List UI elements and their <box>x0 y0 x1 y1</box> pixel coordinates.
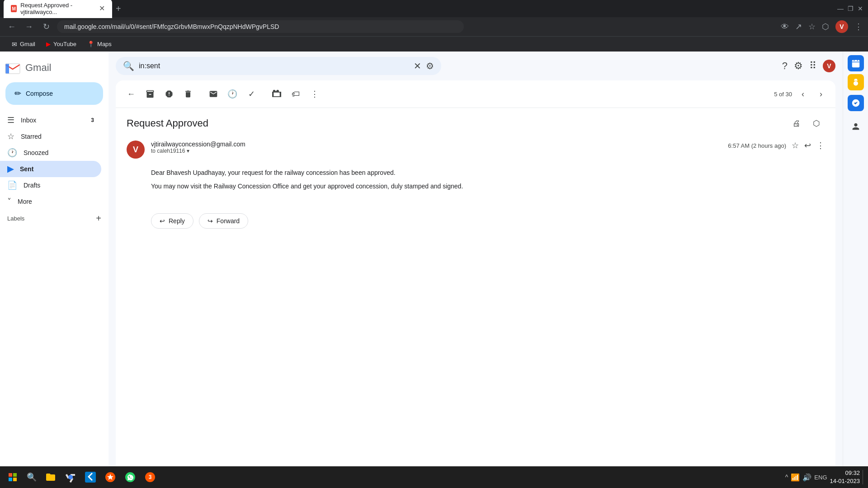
sender-meta: 6:57 AM (2 hours ago) ☆ ↩ ⋮ <box>728 141 825 150</box>
taskbar-show-desktop[interactable] <box>863 470 864 484</box>
sidebar-item-sent[interactable]: ▶ Sent <box>0 161 101 177</box>
add-task-button[interactable]: ✓ <box>243 86 259 102</box>
archive-button[interactable] <box>142 86 158 102</box>
labels-section-header: Labels + <box>0 210 108 225</box>
sidebar-item-more[interactable]: ˅ More <box>0 193 101 210</box>
sent-icon: ▶ <box>7 164 14 174</box>
forward-button[interactable]: ↪ Forward <box>199 213 248 229</box>
svg-point-11 <box>68 475 73 479</box>
maximize-button[interactable]: ❐ <box>846 5 854 13</box>
add-label-button[interactable]: + <box>96 213 101 224</box>
maps-bookmark-icon: 📍 <box>87 41 94 47</box>
browser-profile-button[interactable]: V <box>835 20 848 33</box>
email-subject: Request Approved <box>127 117 788 129</box>
minimize-button[interactable]: — <box>836 5 844 13</box>
snooze-button[interactable]: 🕐 <box>224 86 241 102</box>
bookmark-maps[interactable]: 📍 Maps <box>83 39 116 49</box>
starred-icon: ☆ <box>7 131 14 141</box>
report-spam-button[interactable] <box>161 86 177 102</box>
new-window-button[interactable]: ⬡ <box>808 115 825 131</box>
gmail-wordmark: Gmail <box>25 62 51 74</box>
youtube-bookmark-icon: ▶ <box>46 41 51 47</box>
taskbar-notification[interactable]: 3 <box>141 468 159 486</box>
back-button[interactable]: ← <box>5 20 18 33</box>
reply-button[interactable]: ↩ Reply <box>151 213 193 229</box>
close-button[interactable]: ✕ <box>856 5 864 13</box>
taskbar-chevron[interactable]: ^ <box>785 474 788 481</box>
user-profile-button[interactable]: V <box>823 60 835 72</box>
browser-menu-icon[interactable]: ⋮ <box>854 22 863 32</box>
search-filter-button[interactable]: ⚙ <box>426 61 434 71</box>
email-body-line2: You may now visit the Railway Concession… <box>151 181 825 191</box>
inbox-badge: 3 <box>91 117 94 123</box>
tab-favicon: M <box>11 5 17 12</box>
main-content: 🔍 ✕ ⚙ ? ⚙ ⠿ V ← <box>108 52 843 488</box>
svg-rect-8 <box>9 478 12 481</box>
sender-to[interactable]: to caleh19116 ▾ <box>151 148 722 154</box>
right-sidebar-contacts[interactable] <box>847 117 865 136</box>
forward-nav-button[interactable]: → <box>23 20 35 33</box>
email-body-line1: Dear Bhavesh Upadhayay, your request for… <box>151 168 825 178</box>
taskbar-vscode[interactable] <box>81 468 99 486</box>
google-keep-app[interactable] <box>848 74 864 90</box>
google-apps-icon[interactable]: ⠿ <box>809 60 816 72</box>
new-tab-button[interactable]: + <box>114 2 123 16</box>
settings-icon[interactable]: ⚙ <box>794 60 803 72</box>
sidebar-item-drafts[interactable]: 📄 Drafts <box>0 177 101 193</box>
taskbar-whatsapp[interactable] <box>121 468 139 486</box>
gmail-logo-icon <box>4 59 22 77</box>
sidebar-item-snoozed[interactable]: 🕐 Snoozed <box>0 145 101 161</box>
active-tab[interactable]: M Request Approved - vjtirailwayco... ✕ <box>4 0 112 18</box>
bookmark-youtube[interactable]: ▶ YouTube <box>42 39 81 49</box>
search-icon[interactable]: 🔍 <box>123 61 134 71</box>
sidebar-item-inbox[interactable]: ☰ Inbox 3 <box>0 112 101 128</box>
google-calendar-app[interactable] <box>848 55 864 71</box>
address-input[interactable] <box>57 20 464 33</box>
back-to-list-button[interactable]: ← <box>123 86 139 102</box>
tab-close-button[interactable]: ✕ <box>99 5 105 12</box>
move-to-button[interactable] <box>269 86 285 102</box>
taskbar-search-button[interactable]: 🔍 <box>24 469 40 485</box>
eye-icon[interactable]: 👁 <box>781 22 789 32</box>
taskbar-time-value: 09:32 <box>830 469 860 477</box>
star-message-button[interactable]: ☆ <box>792 141 799 150</box>
print-button[interactable]: 🖨 <box>788 115 805 131</box>
pagination-text: 5 of 30 <box>774 91 792 98</box>
prev-email-button[interactable]: ‹ <box>796 87 810 101</box>
sender-info: vjtirailwayconcession@gmail.com to caleh… <box>151 141 722 154</box>
delete-button[interactable] <box>180 86 196 102</box>
sidebar-nav: ☰ Inbox 3 ☆ Starred 🕐 Snoozed ▶ Sent 📄 D… <box>0 112 108 210</box>
more-message-button[interactable]: ⋮ <box>816 141 825 150</box>
compose-label: Compose <box>26 90 53 97</box>
taskbar-chrome[interactable] <box>61 468 80 486</box>
reload-button[interactable]: ↻ <box>40 20 52 33</box>
gmail-logo[interactable]: Gmail <box>0 55 108 79</box>
more-actions-button[interactable]: ⋮ <box>307 86 323 102</box>
taskbar-brave[interactable] <box>101 468 119 486</box>
star-icon[interactable]: ☆ <box>808 22 816 32</box>
compose-button[interactable]: ✏ Compose <box>5 82 103 105</box>
help-icon[interactable]: ? <box>782 60 788 72</box>
reply-quick-button[interactable]: ↩ <box>804 141 811 150</box>
taskbar-file-explorer[interactable] <box>42 468 60 486</box>
window-controls: — ❐ ✕ <box>836 5 864 13</box>
search-clear-button[interactable]: ✕ <box>414 61 421 71</box>
next-email-button[interactable]: › <box>814 87 828 101</box>
taskbar-volume-icon: 🔊 <box>802 473 811 482</box>
to-label: to caleh19116 <box>151 148 185 154</box>
bookmark-gmail[interactable]: ✉ Gmail <box>7 39 40 50</box>
google-tasks-app[interactable] <box>848 95 864 111</box>
drafts-icon: 📄 <box>7 180 17 190</box>
svg-rect-4 <box>852 60 859 68</box>
sidebar-item-starred[interactable]: ☆ Starred <box>0 128 101 145</box>
mark-unread-button[interactable] <box>205 86 222 102</box>
taskbar-lang: ENG <box>814 474 827 481</box>
windows-taskbar: 🔍 3 ^ 📶 🔊 ENG 09:32 14-01-2023 <box>0 466 868 488</box>
search-input[interactable] <box>139 62 409 70</box>
extensions-icon[interactable]: ⬡ <box>822 22 829 32</box>
share-icon[interactable]: ↗ <box>795 22 802 32</box>
email-toolbar: ← 🕐 ✓ 🏷 <box>116 80 835 108</box>
start-button[interactable] <box>4 468 22 486</box>
label-button[interactable]: 🏷 <box>288 86 304 102</box>
reply-actions: ↩ Reply ↪ Forward <box>127 206 825 239</box>
